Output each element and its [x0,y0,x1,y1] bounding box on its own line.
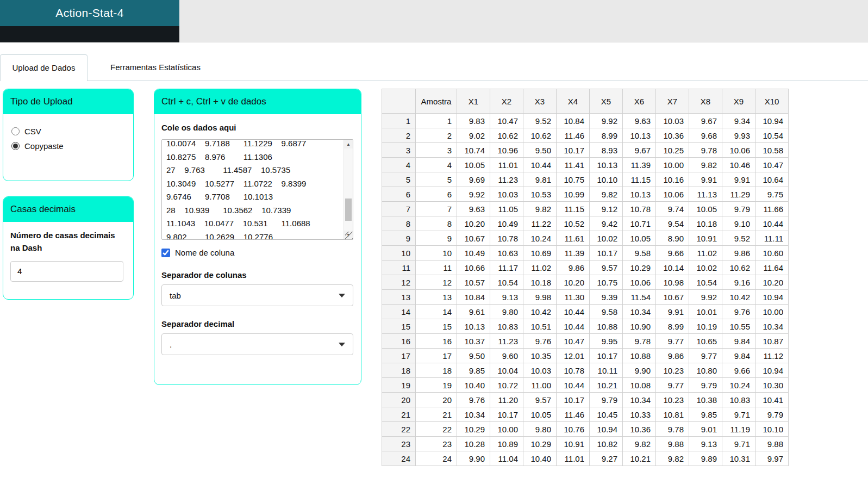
data-cell[interactable]: 11.15 [557,202,590,216]
data-cell[interactable]: 10.62 [523,128,557,143]
data-cell[interactable]: 10.06 [656,187,689,202]
row-index-cell[interactable]: 4 [382,158,416,172]
data-cell[interactable]: 9.76 [457,393,490,407]
data-cell[interactable]: 9.42 [590,216,623,231]
data-cell[interactable]: 9.95 [590,334,623,349]
data-cell[interactable]: 9.92 [590,114,623,128]
data-cell[interactable]: 10.28 [457,437,490,451]
row-index-cell[interactable]: 7 [382,202,416,216]
data-cell[interactable]: 10.41 [755,393,789,407]
data-cell[interactable]: 19 [416,378,457,393]
data-cell[interactable]: 11.19 [722,422,755,437]
data-cell[interactable]: 9.58 [623,246,656,260]
data-cell[interactable]: 9.76 [523,334,557,349]
column-header[interactable]: X8 [689,89,722,114]
data-cell[interactable]: 15 [416,319,457,334]
data-cell[interactable]: 8.93 [590,143,623,158]
data-cell[interactable]: 10.88 [623,349,656,363]
data-cell[interactable]: 10.54 [689,275,722,290]
data-cell[interactable]: 10.94 [755,114,789,128]
row-index-cell[interactable]: 24 [382,451,416,466]
data-cell[interactable]: 9.84 [722,334,755,349]
data-cell[interactable]: 10.03 [523,363,557,378]
row-index-cell[interactable]: 18 [382,363,416,378]
scroll-up-icon[interactable]: ▲ [344,140,353,148]
data-cell[interactable]: 11.00 [523,378,557,393]
data-cell[interactable]: 9.78 [689,143,722,158]
data-cell[interactable]: 9.77 [656,334,689,349]
data-cell[interactable]: 10.58 [755,143,789,158]
data-cell[interactable]: 9.39 [590,290,623,305]
data-cell[interactable]: 10.13 [590,158,623,172]
row-index-cell[interactable]: 12 [382,275,416,290]
data-cell[interactable]: 9.60 [490,349,523,363]
data-cell[interactable]: 10.52 [557,216,590,231]
data-cell[interactable]: 9.12 [590,202,623,216]
column-name-checkbox[interactable] [161,249,170,257]
data-cell[interactable]: 8 [416,216,457,231]
data-cell[interactable]: 9.89 [689,451,722,466]
data-cell[interactable]: 11.23 [490,334,523,349]
data-cell[interactable]: 9.82 [656,451,689,466]
data-cell[interactable]: 11.17 [490,260,523,275]
data-cell[interactable]: 10.78 [623,202,656,216]
data-cell[interactable]: 10.44 [523,158,557,172]
data-cell[interactable]: 11.02 [523,260,557,275]
data-cell[interactable]: 10.74 [457,143,490,158]
data-cell[interactable]: 11.66 [755,202,789,216]
data-cell[interactable]: 9.85 [457,363,490,378]
data-cell[interactable]: 21 [416,407,457,422]
data-cell[interactable]: 10.37 [457,334,490,349]
data-cell[interactable]: 11.05 [490,202,523,216]
scrollbar-track[interactable] [344,148,353,231]
data-cell[interactable]: 10.13 [623,128,656,143]
data-cell[interactable]: 10.17 [557,143,590,158]
column-name-checkbox-row[interactable]: Nome de coluna [161,248,354,257]
data-cell[interactable]: 10.04 [490,363,523,378]
column-header[interactable]: X9 [722,89,755,114]
decimals-input[interactable] [10,261,123,282]
column-header[interactable]: X2 [490,89,523,114]
data-cell[interactable]: 10.03 [656,114,689,128]
data-cell[interactable]: 10.94 [590,422,623,437]
data-cell[interactable]: 10.24 [722,378,755,393]
csv-radio[interactable] [11,127,20,135]
data-cell[interactable]: 10.87 [755,334,789,349]
data-cell[interactable]: 9.27 [590,451,623,466]
data-cell[interactable]: 9.80 [490,305,523,319]
data-cell[interactable]: 10.17 [490,407,523,422]
data-cell[interactable]: 7 [416,202,457,216]
column-header[interactable]: X1 [457,89,490,114]
data-cell[interactable]: 11.22 [523,216,557,231]
paste-textarea[interactable]: 10.0074 9.7188 11.1229 9.6877 10.8275 8.… [161,139,353,240]
data-cell[interactable]: 10.34 [623,393,656,407]
data-cell[interactable]: 9.79 [689,378,722,393]
data-cell[interactable]: 10.62 [490,128,523,143]
data-cell[interactable]: 9.52 [722,231,755,246]
data-cell[interactable]: 10.83 [490,319,523,334]
data-cell[interactable]: 10.98 [656,275,689,290]
row-index-cell[interactable]: 3 [382,143,416,158]
data-cell[interactable]: 9.78 [623,334,656,349]
data-cell[interactable]: 9.88 [656,437,689,451]
row-index-cell[interactable]: 20 [382,393,416,407]
data-cell[interactable]: 10.42 [722,290,755,305]
data-cell[interactable]: 12.01 [557,349,590,363]
data-cell[interactable]: 11.23 [490,172,523,187]
data-cell[interactable]: 10.10 [755,422,789,437]
data-cell[interactable]: 13 [416,290,457,305]
data-cell[interactable]: 11.41 [557,158,590,172]
data-cell[interactable]: 10.84 [557,114,590,128]
data-cell[interactable]: 9.84 [722,349,755,363]
data-cell[interactable]: 10.25 [656,143,689,158]
data-cell[interactable]: 18 [416,363,457,378]
data-cell[interactable]: 9.77 [656,378,689,393]
data-cell[interactable]: 10.01 [689,305,722,319]
data-cell[interactable]: 10.46 [722,158,755,172]
data-cell[interactable]: 11.46 [557,407,590,422]
data-cell[interactable]: 10.14 [656,260,689,275]
data-cell[interactable]: 10.51 [523,319,557,334]
data-cell[interactable]: 9.57 [590,260,623,275]
data-cell[interactable]: 9.52 [523,114,557,128]
data-cell[interactable]: 10.19 [689,319,722,334]
